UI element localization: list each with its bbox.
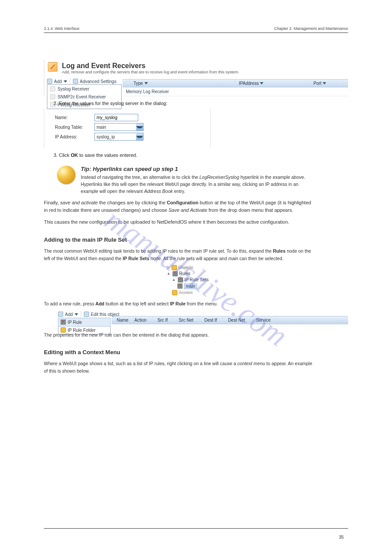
ip-address-select[interactable]: syslog_ip <box>94 133 144 141</box>
menu-item-label: SNMP2c Event Receiver <box>58 94 106 99</box>
txt: the changes are by clicking the <box>98 200 167 205</box>
col-ipaddress[interactable]: IPAddress <box>235 80 310 87</box>
menu-ip-rule[interactable]: IP Rule <box>58 318 111 326</box>
addrule-paragraph: To add a new rule, press Add button at t… <box>44 300 316 307</box>
col-action[interactable]: Action <box>129 316 152 324</box>
txt: node. All the rule sets will appear and <box>149 256 228 261</box>
adding-paragraph: The most common WebUI editing task tends… <box>44 247 316 262</box>
txt: button at the top left and select <box>104 301 170 306</box>
col-destif[interactable]: Dest If <box>199 316 223 324</box>
sort-arrow-icon <box>144 82 148 84</box>
receivers-table-header: Type IPAddress Port <box>122 79 348 87</box>
txt: Where a WebUI page shows a list, such as… <box>44 361 237 366</box>
tip-link: Address Book <box>144 189 173 194</box>
traffic-light-icon <box>178 277 183 283</box>
tip-block: Tip: Hyperlinks can speed up step 1 Inst… <box>57 166 348 195</box>
activate-paragraph-2: This causes the new configuration to be … <box>44 218 316 226</box>
bottom-rule <box>44 528 348 529</box>
tree-objects[interactable]: ▷Objects <box>167 265 224 271</box>
menu-snmp2c-receiver[interactable]: SNMP2c Event Receiver <box>47 93 121 101</box>
txt: The most common WebUI editing task tends… <box>44 248 192 254</box>
txt: from the drop down menu that appears. <box>207 207 293 213</box>
name-label: Name: <box>55 115 91 120</box>
txt: To add a new rule, press <box>44 301 95 306</box>
name-input[interactable] <box>94 114 138 121</box>
folder-icon <box>172 290 177 295</box>
txt-em: Save and Activate <box>169 207 207 213</box>
txt-em: main <box>228 256 238 261</box>
tree-main[interactable]: main <box>177 283 224 290</box>
col-srcnet[interactable]: Src Net <box>173 316 199 324</box>
tree-ip-rule-sets[interactable]: ▲IP Rule Sets <box>172 277 224 283</box>
step3-a: 3. Click <box>54 152 71 158</box>
ip-address-label: IP Address: <box>55 134 91 139</box>
advanced-settings-label: Advanced Settings <box>80 79 116 84</box>
tip-text: Instead of navigating the tree, an alter… <box>81 174 199 180</box>
txt-b: Configuration <box>167 200 198 205</box>
page-number: 35 <box>339 535 344 540</box>
tree-label: Access <box>179 290 193 295</box>
tree-rules[interactable]: ▲Rules <box>167 271 224 277</box>
col-srcif[interactable]: Src If <box>152 316 173 324</box>
folder-icon <box>172 265 177 270</box>
txt: Finally, <box>44 200 60 205</box>
panel-subtitle: Add, remove and configure the servers th… <box>62 70 239 74</box>
heading-context-menu: Editing with a Context Menu <box>44 349 348 355</box>
col-service[interactable]: Service <box>251 316 276 324</box>
col-type-label: Type <box>133 81 143 86</box>
log-receivers-panel: Log and Event Receivers Add, remove and … <box>44 59 348 96</box>
add-icon <box>47 79 52 84</box>
cell-type: Memory Log Receiver <box>126 89 169 94</box>
txt-b: Rules <box>273 248 286 254</box>
collapse-icon: ▲ <box>167 272 170 276</box>
menu-item-label: Syslog Receiver <box>58 87 89 91</box>
txt-em: main <box>192 248 202 254</box>
step3-b: OK <box>71 152 78 158</box>
page-header: 2.1.4. Web Interface Chapter 2. Manageme… <box>44 26 348 31</box>
txt: IP rule set. To do this, expand the <box>202 248 273 254</box>
add-label: Add <box>65 312 73 317</box>
expand-icon: ▷ <box>167 265 169 269</box>
traffic-light-icon <box>61 319 66 325</box>
txt-b: Add <box>95 301 104 306</box>
context-paragraph: Where a WebUI page shows a list, such as… <box>44 360 316 374</box>
receiver-icon <box>50 86 55 91</box>
iprule-panel: Add Edit this object IP Rule IP Rule Fol… <box>56 310 348 324</box>
txt: from the menu. <box>186 301 218 306</box>
col-port[interactable]: Port <box>310 80 336 87</box>
syslog-form: Name: Routing Table: main IP Address: sy… <box>44 109 211 148</box>
advanced-settings-button[interactable]: Advanced Settings <box>70 79 116 84</box>
col-ip-label: IPAddress <box>239 81 259 86</box>
sort-arrow-icon <box>260 82 263 84</box>
txt-em: context menu <box>237 361 265 366</box>
routing-table-select[interactable]: main <box>94 123 144 131</box>
step3-c: to save the values entered. <box>78 152 137 158</box>
col-port-label: Port <box>313 81 321 86</box>
chevron-down-icon <box>136 136 143 138</box>
menu-syslog-receiver[interactable]: Syslog Receiver <box>47 85 121 93</box>
receiver-icon <box>50 94 55 99</box>
tree-label: Rules <box>179 271 191 276</box>
col-type[interactable]: Type <box>130 80 235 87</box>
add-button[interactable]: Add <box>58 312 78 317</box>
header-left: 2.1.4. Web Interface <box>44 26 79 31</box>
add-button[interactable]: Add <box>47 79 67 84</box>
txt: can then be selected. <box>238 256 284 261</box>
table-row[interactable]: Memory Log Receiver <box>122 87 348 96</box>
routing-table-label: Routing Table: <box>55 125 91 130</box>
props-paragraph: The properties for the new IP rule can t… <box>44 331 316 338</box>
txt-b: IP Rule <box>170 301 185 306</box>
col-destnet[interactable]: Dest Net <box>223 316 251 324</box>
add-icon <box>58 312 63 317</box>
nav-tree: ▷Objects ▲Rules ▲IP Rule Sets main Acces… <box>162 265 224 296</box>
chevron-down-icon <box>75 313 78 316</box>
col-name[interactable]: Name <box>111 316 129 324</box>
iprule-table-header: Name Action Src If Src Net Dest If Dest … <box>111 316 348 324</box>
panel-title: Log and Event Receivers <box>62 62 239 70</box>
tree-access[interactable]: Access <box>172 290 224 296</box>
step-3: 3. Click OK to save the values entered. <box>54 152 348 158</box>
sort-arrow-icon <box>323 82 326 84</box>
tree-label-selected: main <box>184 283 197 289</box>
heading-adding-iprules: Adding to the main IP Rule Set <box>44 236 348 243</box>
header-right: Chapter 2. Management and Maintenance <box>274 26 348 31</box>
